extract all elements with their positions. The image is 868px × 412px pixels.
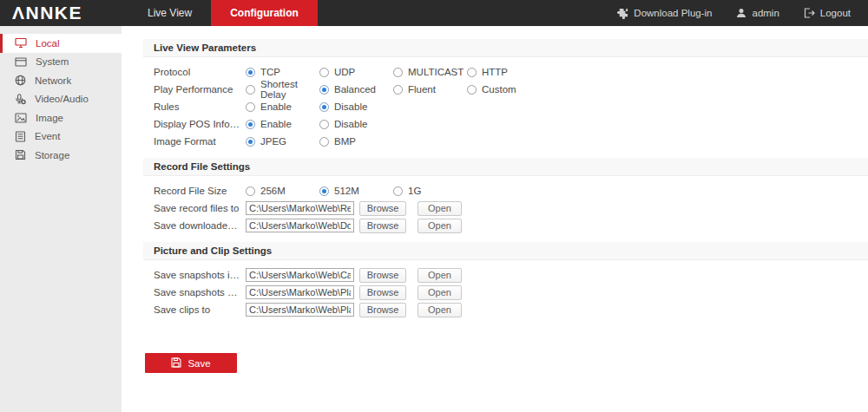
radio-icon[interactable] [246,102,255,112]
browse-button[interactable]: Browse [359,303,406,317]
radio-option-rules-enable[interactable]: Enable [246,101,319,112]
radio-icon[interactable] [393,186,403,196]
radio-icon[interactable] [319,186,329,196]
live-view-parameters-rows: Protocol TCP UDP MULTICAST HTTP Play Per… [143,57,868,158]
radio-icon[interactable] [319,102,329,112]
plugin-puzzle-icon [617,8,628,19]
downloaded-files-path-input[interactable] [246,219,354,232]
open-button[interactable]: Open [418,201,462,216]
radio-option-shortest-delay[interactable]: Shortest Delay [246,79,319,100]
sidebar-item-label: Local [36,38,60,49]
browse-button[interactable]: Browse [359,201,406,216]
radio-option-bmp[interactable]: BMP [319,136,393,147]
radio-label: TCP [260,67,280,77]
radio-icon[interactable] [393,68,403,77]
radio-icon[interactable] [319,85,329,95]
sidebar-item-system[interactable]: System [0,53,122,72]
save-floppy-icon [171,357,181,369]
browse-button[interactable]: Browse [359,219,406,233]
download-plugin-button[interactable]: Download Plug-in [617,8,712,19]
radio-option-multicast[interactable]: MULTICAST [393,67,467,77]
network-globe-icon [15,75,26,86]
radio-option-1g[interactable]: 1G [393,186,467,196]
save-record-files-row: Save record files to Browse Open [154,199,868,217]
section-title-picture-clip-settings: Picture and Clip Settings [143,242,868,260]
radio-option-http[interactable]: HTTP [467,67,541,77]
logout-icon [804,8,815,18]
snapshots-playback-path-input[interactable] [246,285,354,299]
sidebar-item-label: System [36,56,69,67]
field-label: Image Format [154,136,246,147]
field-label: Save clips to [154,304,246,315]
sidebar-item-local[interactable]: Local [0,34,122,53]
image-icon [15,113,27,123]
sidebar-item-video-audio[interactable]: Video/Audio [0,90,122,109]
radio-label: UDP [334,67,355,77]
field-label: Record File Size [154,186,246,196]
radio-icon[interactable] [393,85,403,95]
microphone-gear-icon [15,94,26,105]
field-label: Play Performance [154,84,246,95]
radio-icon[interactable] [246,137,255,147]
tab-live-view[interactable]: Live View [128,0,211,26]
radio-label: HTTP [482,67,508,77]
sidebar-item-label: Video/Audio [35,94,89,104]
radio-icon[interactable] [319,120,329,129]
open-button[interactable]: Open [418,285,462,300]
logout-button[interactable]: Logout [804,8,851,18]
radio-option-512m[interactable]: 512M [319,186,393,196]
user-menu[interactable]: admin [736,8,779,18]
open-button[interactable]: Open [418,303,462,317]
save-button[interactable]: Save [145,353,237,373]
sidebar-item-storage[interactable]: Storage [0,146,122,165]
open-button[interactable]: Open [418,268,462,283]
radio-icon[interactable] [246,186,255,196]
sidebar-item-network[interactable]: Network [0,71,122,90]
radio-option-rules-disable[interactable]: Disable [319,101,393,112]
radio-option-tcp[interactable]: TCP [246,67,319,77]
radio-icon[interactable] [319,68,329,77]
field-label: Save snapshots when pla... [154,287,246,298]
brand-logo: ΛNNKE [0,1,115,26]
play-performance-row: Play Performance Shortest Delay Balanced… [154,81,868,98]
radio-option-fluent[interactable]: Fluent [393,84,467,95]
event-list-icon [15,131,26,142]
snapshots-live-path-input[interactable] [246,268,354,282]
radio-option-256m[interactable]: 256M [246,186,319,196]
radio-icon[interactable] [467,85,477,95]
tab-configuration[interactable]: Configuration [211,0,318,26]
field-label: Save downloaded files to [154,220,246,231]
sidebar-item-event[interactable]: Event [0,128,122,147]
user-icon [736,8,746,18]
radio-icon[interactable] [246,85,255,95]
radio-label: Enable [260,119,292,129]
logout-label: Logout [820,8,851,18]
radio-option-pos-enable[interactable]: Enable [246,119,319,129]
open-button[interactable]: Open [418,219,462,233]
rules-row: Rules Enable Disable [154,98,868,115]
radio-option-udp[interactable]: UDP [319,67,393,77]
browse-button[interactable]: Browse [359,285,406,300]
clips-path-input[interactable] [246,303,354,317]
radio-icon[interactable] [246,68,255,77]
page: ΛNNKE Live View Configuration Download P… [0,0,868,412]
section-title-live-view-parameters: Live View Parameters [143,39,868,57]
radio-icon[interactable] [319,137,329,147]
radio-label: Shortest Delay [260,79,319,100]
radio-label: 512M [334,186,359,196]
browse-button[interactable]: Browse [359,268,406,283]
save-downloaded-files-row: Save downloaded files to Browse Open [154,217,868,234]
record-files-path-input[interactable] [246,201,354,215]
radio-option-custom[interactable]: Custom [467,84,541,95]
radio-icon[interactable] [246,120,255,129]
radio-option-pos-disable[interactable]: Disable [319,119,393,129]
radio-icon[interactable] [467,68,477,77]
radio-option-jpeg[interactable]: JPEG [246,136,319,147]
download-plugin-label: Download Plug-in [634,8,712,18]
image-format-row: Image Format JPEG BMP [154,133,868,150]
radio-option-balanced[interactable]: Balanced [319,84,393,95]
sidebar-item-image[interactable]: Image [0,108,122,128]
sidebar-item-label: Image [36,113,63,123]
radio-label: 1G [408,186,421,196]
radio-label: BMP [334,136,356,147]
